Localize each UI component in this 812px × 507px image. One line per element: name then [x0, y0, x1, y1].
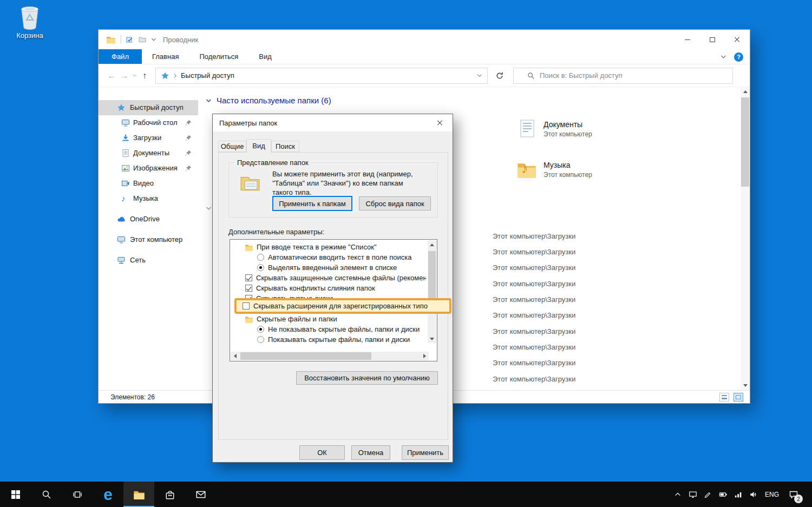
radio-unchecked-icon[interactable]	[257, 254, 264, 261]
ok-button[interactable]: ОК	[299, 445, 345, 460]
start-button[interactable]	[0, 482, 31, 507]
scroll-left-button[interactable]	[231, 352, 239, 360]
list-item-hide-protected-files[interactable]: Скрывать защищенные системные файлы (рек…	[245, 273, 426, 283]
scroll-up-button[interactable]	[741, 87, 750, 96]
sidebar-item-music[interactable]: ♪ Музыка	[99, 191, 198, 206]
list-item-show-hidden[interactable]: Показывать скрытые файлы, папки и диски	[257, 334, 426, 345]
sidebar-item-videos[interactable]: Видео	[99, 176, 198, 191]
properties-icon[interactable]	[126, 36, 134, 43]
scroll-down-button[interactable]	[741, 381, 750, 390]
scroll-down-button[interactable]	[428, 334, 436, 343]
maximize-button[interactable]	[700, 30, 725, 49]
scroll-up-button[interactable]	[428, 240, 436, 249]
tab-file[interactable]: Файл	[99, 49, 142, 64]
recycle-bin[interactable]: Корзина	[9, 4, 51, 39]
reset-folders-button[interactable]: Сброс вида папок	[359, 196, 431, 210]
checkbox-checked-icon[interactable]	[245, 285, 252, 292]
minimize-button[interactable]	[675, 30, 700, 49]
recent-file-path[interactable]: Этот компьютер\Загрузки	[493, 327, 575, 335]
checkbox-unchecked-icon[interactable]	[243, 302, 250, 310]
tray-pc-button[interactable]	[685, 482, 700, 507]
radio-checked-icon[interactable]	[257, 264, 264, 271]
thumbnails-view-button[interactable]	[734, 393, 743, 401]
radio-unchecked-icon[interactable]	[257, 336, 264, 343]
recent-file-path[interactable]: Этот компьютер\Загрузки	[493, 248, 575, 256]
dialog-close-button[interactable]	[428, 115, 452, 131]
recent-file-path[interactable]: Этот компьютер\Загрузки	[493, 375, 575, 383]
recent-file-path[interactable]: Этот компьютер\Загрузки	[493, 280, 575, 288]
close-button[interactable]	[725, 30, 750, 49]
tray-battery-button[interactable]	[716, 482, 731, 507]
recent-file-path[interactable]: Этот компьютер\Загрузки	[493, 295, 575, 304]
store-button[interactable]	[154, 482, 185, 507]
dialog-tab-search[interactable]: Поиск	[271, 141, 299, 152]
apply-to-folders-button[interactable]: Применить к папкам	[272, 196, 352, 211]
taskbar-search-button[interactable]	[31, 482, 62, 507]
ribbon-collapse-icon[interactable]	[721, 55, 726, 59]
scrollbar-thumb[interactable]	[240, 352, 371, 360]
list-item-hide-merge-conflicts[interactable]: Скрывать конфликты слияния папок	[245, 283, 426, 293]
hidden-icons-button[interactable]	[670, 482, 685, 507]
sidebar-item-quick-access[interactable]: Быстрый доступ	[99, 100, 198, 115]
help-icon[interactable]: ?	[734, 52, 743, 62]
back-button[interactable]: ←	[105, 71, 118, 81]
recent-locations-icon[interactable]	[132, 74, 137, 77]
sidebar-item-desktop[interactable]: Рабочий стол	[99, 115, 198, 130]
list-item-dont-show-hidden[interactable]: Не показывать скрытые файлы, папки и дис…	[257, 324, 426, 334]
tab-view[interactable]: Вид	[248, 49, 282, 64]
sidebar-item-this-pc[interactable]: Этот компьютер	[99, 232, 198, 247]
details-view-button[interactable]	[719, 393, 729, 401]
tray-network-button[interactable]	[731, 482, 746, 507]
section-header-frequent-folders[interactable]: Часто используемые папки (6)	[206, 96, 331, 105]
scrollbar-thumb[interactable]	[428, 251, 436, 305]
tray-volume-button[interactable]	[746, 482, 761, 507]
section-collapse-chevron-icon[interactable]	[206, 206, 212, 210]
address-dropdown-icon[interactable]	[477, 74, 482, 77]
checkbox-checked-icon[interactable]	[245, 274, 252, 281]
new-folder-icon[interactable]	[139, 36, 146, 43]
tab-share[interactable]: Поделиться	[189, 49, 248, 64]
sidebar-item-downloads[interactable]: Загрузки	[99, 130, 198, 146]
recent-file-path[interactable]: Этот компьютер\Загрузки	[493, 311, 575, 319]
recent-file-path[interactable]: Этот компьютер\Загрузки	[493, 359, 575, 367]
file-explorer-button[interactable]	[123, 482, 154, 507]
dialog-tab-general[interactable]: Общие	[218, 141, 246, 152]
sidebar-item-documents[interactable]: Документы	[99, 146, 198, 161]
up-button[interactable]: ↑	[138, 71, 151, 81]
title-bar[interactable]: Проводник	[99, 30, 750, 49]
forward-button[interactable]: →	[118, 71, 131, 81]
action-center-button[interactable]: 2	[783, 482, 804, 507]
sidebar-item-network[interactable]: Сеть	[99, 253, 198, 268]
folder-tile-documents[interactable]: Документы Этот компьютер	[516, 118, 592, 139]
sidebar-item-pictures[interactable]: Изображения	[99, 161, 198, 176]
cancel-button[interactable]: Отмена	[351, 445, 390, 460]
address-bar[interactable]: Быстрый доступ	[155, 68, 488, 84]
vertical-scrollbar[interactable]	[741, 87, 750, 390]
dialog-title-bar[interactable]: Параметры папок	[213, 114, 453, 131]
highlighted-option-hide-extensions[interactable]: Скрывать расширения для зарегистрированн…	[234, 298, 451, 314]
scrollbar-thumb[interactable]	[741, 97, 749, 187]
language-indicator[interactable]: ENG	[761, 491, 783, 498]
list-item-select-typed-item[interactable]: Выделять введенный элемент в списке	[257, 262, 426, 273]
list-vertical-scrollbar[interactable]	[428, 240, 436, 343]
qat-dropdown-icon[interactable]	[151, 37, 156, 42]
breadcrumb[interactable]: Быстрый доступ	[181, 71, 234, 80]
recent-file-path[interactable]: Этот компьютер\Загрузки	[493, 343, 575, 351]
radio-checked-icon[interactable]	[257, 326, 264, 333]
mail-button[interactable]	[185, 482, 216, 507]
list-item-auto-type-search[interactable]: Автоматически вводить текст в поле поиск…	[257, 252, 426, 262]
dialog-tab-view[interactable]: Вид	[246, 139, 271, 153]
recent-file-path[interactable]: Этот компьютер\Загрузки	[493, 264, 575, 272]
tray-pen-button[interactable]	[700, 482, 716, 507]
task-view-button[interactable]	[62, 482, 93, 507]
list-item-type-text-in-list[interactable]: При вводе текста в режиме "Список"	[245, 242, 426, 252]
sidebar-item-onedrive[interactable]: OneDrive	[99, 212, 198, 227]
recent-file-path[interactable]: Этот компьютер\Загрузки	[493, 232, 575, 240]
scroll-right-button[interactable]	[420, 352, 429, 360]
apply-button[interactable]: Применить	[402, 445, 449, 460]
restore-defaults-button[interactable]: Восстановить значения по умолчанию	[296, 371, 438, 385]
list-item-hidden-files-folders[interactable]: Скрытые файлы и папки	[245, 314, 426, 324]
tab-home[interactable]: Главная	[142, 49, 189, 64]
list-horizontal-scrollbar[interactable]	[231, 352, 429, 360]
folder-tile-music[interactable]: ♪ Музыка Этот компьютер	[516, 159, 592, 180]
